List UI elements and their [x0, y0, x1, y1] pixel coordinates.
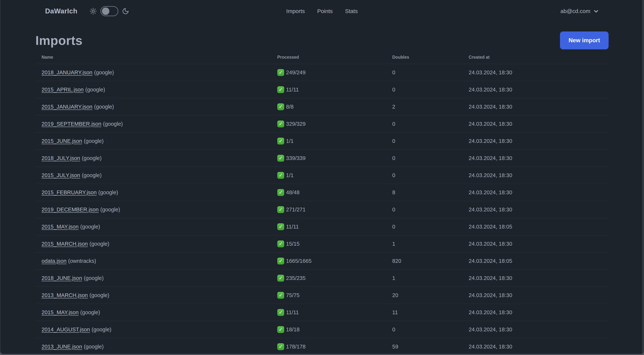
- import-file-link[interactable]: 2015_MAY.json: [42, 224, 79, 230]
- created-at-cell: 24.03.2024, 18:30: [462, 167, 608, 184]
- doubles-cell: 20: [386, 287, 462, 304]
- success-check-icon: [277, 343, 284, 350]
- import-name-cell: 2019_DECEMBER.json(google): [36, 201, 271, 218]
- doubles-cell: 820: [386, 252, 462, 270]
- import-source-label: (google): [98, 189, 118, 195]
- import-source-label: (google): [82, 172, 102, 178]
- import-file-link[interactable]: 2015_JULY.json: [42, 172, 80, 178]
- processed-cell: 48/48: [271, 184, 386, 201]
- table-row: odata.json(owntracks) 1665/1665 820 24.0…: [36, 252, 608, 270]
- doubles-cell: 2: [386, 98, 462, 115]
- import-name-cell: 2013_MARCH.json(google): [36, 287, 271, 304]
- scrollbar-track[interactable]: [641, 0, 644, 354]
- success-check-icon: [277, 138, 284, 145]
- import-name-cell: odata.json(owntracks): [36, 252, 271, 270]
- page-title: Imports: [36, 33, 82, 48]
- created-at-cell: 24.03.2024, 18:30: [462, 235, 608, 252]
- doubles-cell: 0: [386, 132, 462, 150]
- user-menu[interactable]: ab@cd.com: [560, 8, 644, 14]
- main-nav: Imports Points Stats: [286, 8, 358, 14]
- doubles-cell: 1: [386, 270, 462, 287]
- import-file-link[interactable]: 2019_DECEMBER.json: [42, 207, 98, 213]
- import-file-link[interactable]: 2015_JANUARY.json: [42, 104, 92, 110]
- processed-count: 249/249: [286, 69, 306, 76]
- success-check-icon: [277, 309, 284, 316]
- import-file-link[interactable]: 2015_MARCH.json: [42, 241, 88, 247]
- processed-count: 48/48: [286, 189, 300, 196]
- processed-cell: 11/11: [271, 304, 386, 321]
- import-source-label: (google): [90, 241, 109, 247]
- import-name-cell: 2015_MAY.json(google): [36, 304, 271, 321]
- import-file-link[interactable]: 2015_MAY.json: [42, 309, 79, 315]
- table-row: 2015_MARCH.json(google) 15/15 1 24.03.20…: [36, 235, 608, 252]
- import-source-label: (google): [85, 87, 105, 93]
- new-import-button[interactable]: New import: [560, 31, 608, 49]
- processed-count: 235/235: [286, 275, 306, 281]
- created-at-cell: 24.03.2024, 18:30: [462, 270, 608, 287]
- import-file-link[interactable]: 2018_JUNE.json: [42, 275, 82, 281]
- import-source-label: (google): [103, 121, 123, 127]
- processed-cell: 235/235: [271, 270, 386, 287]
- doubles-cell: 0: [386, 150, 462, 167]
- table-row: 2014_AUGUST.json(google) 18/18 0 24.03.2…: [36, 321, 608, 338]
- import-file-link[interactable]: 2015_JUNE.json: [42, 138, 82, 144]
- created-at-cell: 24.03.2024, 18:30: [462, 115, 608, 132]
- nav-link-stats[interactable]: Stats: [345, 8, 358, 14]
- import-name-cell: 2015_FEBRUARY.json(google): [36, 184, 271, 201]
- user-email: ab@cd.com: [560, 8, 590, 14]
- import-file-link[interactable]: 2018_JANUARY.json: [42, 69, 92, 75]
- moon-icon: [122, 8, 129, 15]
- page-header: Imports New import: [36, 31, 608, 49]
- column-header-created-at: Created at: [462, 51, 608, 64]
- import-file-link[interactable]: 2015_APRIL.json: [42, 87, 84, 93]
- table-row: 2013_JUNE.json(google) 178/178 59 24.03.…: [36, 338, 608, 354]
- processed-cell: 8/8: [271, 98, 386, 115]
- import-file-link[interactable]: 2019_SEPTEMBER.json: [42, 121, 101, 127]
- success-check-icon: [277, 292, 284, 299]
- success-check-icon: [277, 172, 284, 179]
- processed-cell: 249/249: [271, 64, 386, 81]
- theme-toggle-knob: [102, 7, 110, 15]
- app-window: DaWarIch: [0, 0, 644, 354]
- processed-count: 271/271: [286, 207, 306, 213]
- table-row: 2015_MAY.json(google) 11/11 11 24.03.202…: [36, 304, 608, 321]
- imports-table-body: 2018_JANUARY.json(google) 249/249 0 24.0…: [36, 64, 608, 354]
- processed-count: 329/329: [286, 121, 306, 127]
- processed-count: 11/11: [286, 87, 299, 93]
- column-header-name: Name: [36, 51, 271, 64]
- import-file-link[interactable]: 2013_MARCH.json: [42, 292, 88, 298]
- processed-count: 11/11: [286, 224, 299, 230]
- processed-cell: 15/15: [271, 235, 386, 252]
- processed-count: 1/1: [286, 138, 294, 144]
- app-logo[interactable]: DaWarIch: [45, 7, 77, 15]
- nav-link-imports[interactable]: Imports: [286, 8, 305, 14]
- processed-cell: 271/271: [271, 201, 386, 218]
- import-source-label: (google): [82, 155, 102, 161]
- success-check-icon: [277, 326, 284, 333]
- table-row: 2018_JULY.json(google) 339/339 0 24.03.2…: [36, 150, 608, 167]
- import-name-cell: 2019_SEPTEMBER.json(google): [36, 115, 271, 132]
- success-check-icon: [277, 155, 284, 162]
- import-file-link[interactable]: 2018_JULY.json: [42, 155, 80, 161]
- import-source-label: (google): [94, 104, 114, 110]
- import-file-link[interactable]: 2013_JUNE.json: [42, 344, 82, 350]
- processed-cell: 329/329: [271, 115, 386, 132]
- processed-count: 1665/1665: [286, 258, 312, 264]
- import-source-label: (owntracks): [68, 258, 96, 264]
- import-file-link[interactable]: 2014_AUGUST.json: [42, 327, 90, 333]
- created-at-cell: 24.03.2024, 18:30: [462, 304, 608, 321]
- import-name-cell: 2013_JUNE.json(google): [36, 338, 271, 354]
- processed-count: 11/11: [286, 309, 299, 316]
- nav-link-points[interactable]: Points: [317, 8, 332, 14]
- processed-cell: 18/18: [271, 321, 386, 338]
- processed-cell: 1/1: [271, 167, 386, 184]
- created-at-cell: 24.03.2024, 18:30: [462, 338, 608, 354]
- import-file-link[interactable]: odata.json: [42, 258, 66, 264]
- doubles-cell: 0: [386, 218, 462, 235]
- import-name-cell: 2018_JANUARY.json(google): [36, 64, 271, 81]
- table-row: 2019_DECEMBER.json(google) 271/271 0 24.…: [36, 201, 608, 218]
- processed-count: 18/18: [286, 327, 300, 333]
- created-at-cell: 24.03.2024, 18:30: [462, 81, 608, 98]
- import-file-link[interactable]: 2015_FEBRUARY.json: [42, 189, 97, 195]
- theme-toggle-switch[interactable]: [100, 6, 118, 16]
